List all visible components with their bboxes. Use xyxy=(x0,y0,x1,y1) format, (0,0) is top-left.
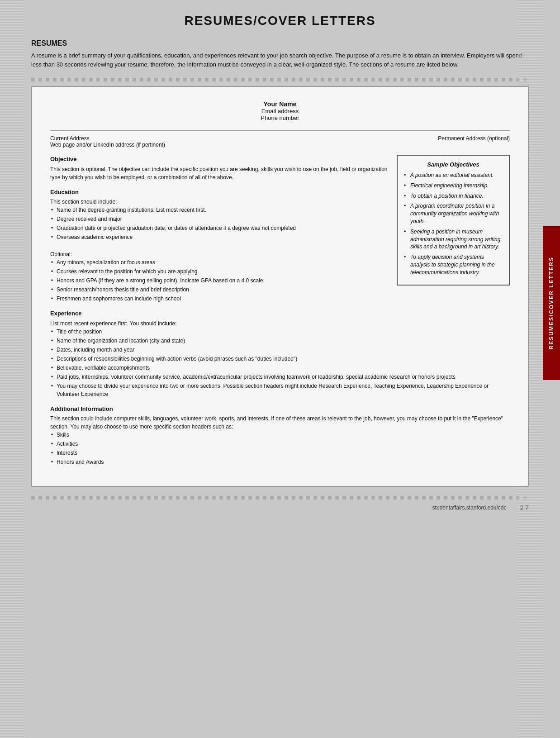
decorative-top-border xyxy=(31,78,529,81)
education-bullets: Name of the degree-granting institutions… xyxy=(50,206,388,241)
sample-objectives-box: Sample Objectives A position as an edito… xyxy=(397,155,510,286)
experience-section: Experience List most recent experience f… xyxy=(50,309,510,398)
sample-obj-1: A position as an editorial assistant. xyxy=(404,171,503,179)
resumes-heading: RESUMES xyxy=(31,39,529,48)
optional-bullet-4: Senior research/honors thesis title and … xyxy=(50,286,388,294)
sample-obj-2: Electrical engineering internship. xyxy=(404,182,503,190)
exp-bullet-1: Title of the position xyxy=(50,328,510,336)
exp-bullet-6: Paid jobs, internships, volunteer commun… xyxy=(50,373,510,381)
experience-title: Experience xyxy=(50,309,510,318)
additional-info-bullets: Skills Activities Interests Honors and A… xyxy=(50,431,510,466)
resume-address-right: Permanent Address (optional) xyxy=(438,135,510,148)
optional-bullet-1: Any minors, specialization or focus area… xyxy=(50,258,388,267)
objective-left-col: Objective This section is optional. The … xyxy=(50,155,388,309)
permanent-address-label: Permanent Address (optional) xyxy=(438,135,510,142)
education-intro: This section should include: xyxy=(50,198,388,206)
page-title: RESUMES/COVER LETTERS xyxy=(31,14,529,28)
exp-bullet-5: Believable, verifiable accomplishments xyxy=(50,364,510,372)
education-title: Education xyxy=(50,188,388,197)
exp-bullet-4: Descriptions of responsibilities beginni… xyxy=(50,355,510,363)
resume-template-box: Your Name Email address Phone number Cur… xyxy=(31,86,529,487)
education-section: Education This section should include: N… xyxy=(50,188,388,303)
education-bullet-3: Graduation date or projected graduation … xyxy=(50,224,388,232)
intro-text: A resume is a brief summary of your qual… xyxy=(31,51,529,69)
page-footer: studentaffairs.stanford.edu/cdc 2 7 xyxy=(31,504,529,511)
education-bullet-1: Name of the degree-granting institutions… xyxy=(50,206,388,214)
objective-content: Objective This section is optional. The … xyxy=(50,155,388,181)
add-bullet-4: Honors and Awards xyxy=(50,458,510,466)
objective-body: This section is optional. The objective … xyxy=(50,165,388,181)
education-bullet-2: Degree received and major xyxy=(50,215,388,223)
optional-bullets: Any minors, specialization or focus area… xyxy=(50,258,388,303)
additional-info-section: Additional Information This section coul… xyxy=(50,405,510,467)
optional-bullet-3: Honors and GPA (if they are a strong sel… xyxy=(50,276,388,285)
resume-address-row: Current Address Web page and/or LinkedIn… xyxy=(50,130,510,148)
add-bullet-2: Activities xyxy=(50,440,510,448)
add-bullet-1: Skills xyxy=(50,431,510,439)
experience-bullets: Title of the position Name of the organi… xyxy=(50,328,510,398)
sample-objectives-column: Sample Objectives A position as an edito… xyxy=(397,155,510,309)
additional-info-body: This section could include computer skil… xyxy=(50,414,510,431)
resume-name: Your Name xyxy=(50,100,510,108)
side-tab-text: RESUMES/COVER LETTERS xyxy=(548,257,555,349)
objective-title: Objective xyxy=(50,155,388,164)
sample-objectives-title: Sample Objectives xyxy=(404,161,503,168)
optional-label: Optional: xyxy=(50,250,388,258)
exp-bullet-3: Dates, including month and year xyxy=(50,346,510,354)
sample-objectives-list: A position as an editorial assistant. El… xyxy=(404,171,503,276)
resume-address-left: Current Address Web page and/or LinkedIn… xyxy=(50,135,165,148)
sample-obj-4: A program coordinator position in a comm… xyxy=(404,202,503,225)
exp-bullet-7: You may choose to divide your experience… xyxy=(50,382,510,398)
sample-obj-5: Seeking a position in museum administrat… xyxy=(404,228,503,251)
exp-bullet-2: Name of the organization and location (c… xyxy=(50,337,510,345)
objective-section: Objective This section is optional. The … xyxy=(50,155,510,309)
resume-phone: Phone number xyxy=(50,114,510,121)
education-bullet-4: Overseas academic experience xyxy=(50,233,388,241)
add-bullet-3: Interests xyxy=(50,449,510,457)
additional-info-title: Additional Information xyxy=(50,405,510,414)
optional-bullet-2: Courses relevant to the position for whi… xyxy=(50,267,388,276)
decorative-bottom-border xyxy=(31,496,529,500)
optional-bullet-5: Freshmen and sophomores can include high… xyxy=(50,295,388,303)
left-decorative-strip xyxy=(0,0,25,738)
resume-header: Your Name Email address Phone number xyxy=(50,100,510,121)
footer-url: studentaffairs.stanford.edu/cdc xyxy=(432,505,507,511)
resume-email: Email address xyxy=(50,108,510,114)
sample-obj-6: To apply decision and systems analysis t… xyxy=(404,253,503,276)
sample-obj-3: To obtain a position in finance. xyxy=(404,192,503,200)
web-address: Web page and/or LinkedIn address (if per… xyxy=(50,142,165,148)
experience-intro: List most recent experience first. You s… xyxy=(50,319,510,328)
current-address-label: Current Address xyxy=(50,135,165,142)
side-tab: RESUMES/COVER LETTERS xyxy=(543,226,560,380)
